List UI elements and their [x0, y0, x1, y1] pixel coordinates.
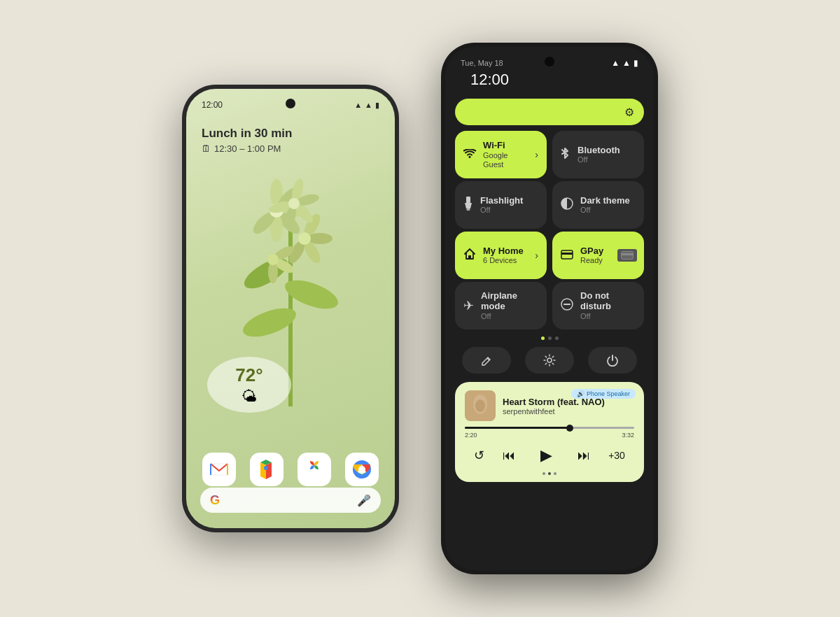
right-status-icons: ▲ ▲ ▮ [611, 58, 638, 68]
weather-temp: 72° [235, 364, 262, 386]
right-phone: Tue, May 18 ▲ ▲ ▮ 12:00 ⚙ [441, 43, 658, 574]
dnd-tile-icon [561, 298, 573, 314]
media-progress-handle[interactable] [566, 425, 573, 432]
svg-rect-43 [561, 253, 573, 255]
chrome-icon[interactable] [345, 453, 379, 486]
svg-point-19 [267, 254, 279, 265]
svg-rect-41 [468, 255, 471, 259]
left-phone: 12:00 ▲ ▲ ▮ Lunch in 30 min 🗓 12:30 – 1:… [182, 85, 399, 532]
page-dots [445, 332, 654, 344]
left-phone-screen: 12:00 ▲ ▲ ▮ Lunch in 30 min 🗓 12:30 – 1:… [186, 89, 395, 528]
dnd-tile-text: Do not disturb Off [580, 290, 636, 321]
weather-widget: 72° 🌤 [207, 357, 291, 413]
darktheme-tile[interactable]: Dark theme Off [552, 181, 644, 229]
qs-grid-row4: ✈ Airplane mode Off Do not disturb Off [445, 282, 654, 329]
right-notch [545, 57, 554, 66]
prev-button[interactable]: ⏮ [503, 448, 515, 463]
battery-icon: ▮ [375, 101, 379, 110]
bottom-action-buttons [445, 344, 654, 379]
flashlight-tile-icon [463, 197, 473, 214]
svg-rect-45 [622, 253, 634, 255]
settings-button[interactable] [525, 347, 574, 374]
maps-icon[interactable] [250, 453, 284, 486]
myhome-tile[interactable]: My Home 6 Devices › [455, 232, 547, 279]
edit-button[interactable] [462, 347, 511, 374]
mic-icon[interactable]: 🎤 [357, 494, 371, 507]
myhome-arrow-icon: › [535, 250, 538, 261]
wifi-tile[interactable]: Wi-Fi Google Guest › [455, 131, 547, 178]
flashlight-tile-sub: Off [480, 206, 538, 215]
left-time: 12:00 [202, 100, 223, 110]
myhome-tile-sub: 6 Devices [483, 256, 528, 265]
search-bar[interactable]: G 🎤 [200, 488, 381, 513]
svg-rect-37 [466, 197, 470, 203]
media-page-dots [465, 468, 634, 475]
gmail-icon[interactable] [202, 453, 236, 486]
flashlight-tile-text: Flashlight Off [480, 195, 538, 215]
media-dot-1 [542, 472, 545, 475]
darktheme-tile-text: Dark theme Off [580, 195, 636, 215]
signal-icon: ▲ [354, 101, 362, 109]
darktheme-tile-label: Dark theme [580, 195, 636, 206]
statusbar-date: Tue, May 18 [461, 59, 503, 67]
play-button[interactable]: ▶ [534, 443, 559, 468]
media-progress-fill [465, 427, 570, 429]
svg-marker-38 [465, 203, 472, 208]
speaker-badge: 🔊 Phone Speaker [571, 389, 636, 399]
svg-point-35 [358, 466, 365, 473]
media-info: Heart Storm (feat. NAO) serpentwithfeet [503, 397, 634, 416]
airplane-tile-text: Airplane mode Off [481, 290, 538, 321]
qs-grid-row2: Flashlight Off Dark theme Off [445, 181, 654, 229]
qs-grid-row3: My Home 6 Devices › GPay Ready [445, 232, 654, 279]
page-dot-3 [555, 336, 559, 340]
right-phone-screen: Tue, May 18 ▲ ▲ ▮ 12:00 ⚙ [445, 47, 654, 570]
media-artist: serpentwithfeet [503, 407, 634, 416]
bluetooth-tile-sub: Off [578, 155, 636, 164]
left-status-icons: ▲ ▲ ▮ [354, 101, 379, 110]
app-dock [186, 453, 395, 486]
dnd-tile[interactable]: Do not disturb Off [552, 282, 644, 329]
gpay-tile[interactable]: GPay Ready [552, 232, 644, 279]
media-controls: ↺ ⏮ ▶ ⏭ +30 [465, 443, 634, 468]
wifi-tile-label: Wi-Fi [483, 140, 528, 151]
skip-forward-button[interactable]: +30 [608, 450, 625, 461]
bluetooth-tile[interactable]: Bluetooth Off [552, 131, 644, 178]
page-dot-2 [548, 336, 552, 340]
power-button[interactable] [588, 347, 637, 374]
darktheme-tile-icon [561, 197, 573, 213]
brightness-slider[interactable]: ⚙ [455, 99, 644, 125]
bluetooth-tile-text: Bluetooth Off [578, 145, 636, 165]
flashlight-tile-label: Flashlight [480, 195, 538, 206]
airplane-tile-sub: Off [481, 312, 538, 321]
replay-button[interactable]: ↺ [474, 448, 484, 463]
speaker-label: Phone Speaker [587, 390, 630, 397]
airplane-tile[interactable]: ✈ Airplane mode Off [455, 282, 547, 329]
media-progress-bar[interactable] [465, 427, 634, 429]
svg-point-49 [547, 358, 552, 362]
media-current-time: 2:20 [465, 432, 477, 439]
brightness-track: ⚙ [624, 106, 634, 119]
qs-grid-row1: Wi-Fi Google Guest › Bluetooth Off [445, 131, 654, 178]
svg-point-3 [240, 253, 293, 294]
svg-marker-30 [260, 462, 266, 479]
page-dot-1 [541, 336, 545, 340]
media-thumbnail [465, 390, 496, 421]
right-battery-icon: ▮ [634, 58, 638, 68]
photos-icon[interactable] [298, 453, 331, 486]
flashlight-tile[interactable]: Flashlight Off [455, 181, 547, 229]
media-dot-2 [548, 472, 551, 475]
gpay-tile-icon [561, 248, 573, 263]
svg-point-25 [288, 198, 300, 209]
next-button[interactable]: ⏭ [578, 448, 590, 463]
media-player: 🔊 Phone Speaker Heart Storm (feat. NAO) … [455, 382, 644, 482]
svg-point-32 [264, 466, 268, 470]
bluetooth-tile-icon [561, 147, 570, 163]
myhome-tile-text: My Home 6 Devices [483, 246, 528, 266]
svg-point-52 [475, 399, 485, 412]
wifi-arrow-icon: › [535, 149, 538, 160]
dnd-tile-label: Do not disturb [580, 290, 636, 312]
media-times: 2:20 3:32 [465, 432, 634, 439]
dnd-tile-sub: Off [580, 312, 636, 321]
darktheme-tile-sub: Off [580, 206, 636, 215]
svg-point-15 [298, 232, 311, 245]
